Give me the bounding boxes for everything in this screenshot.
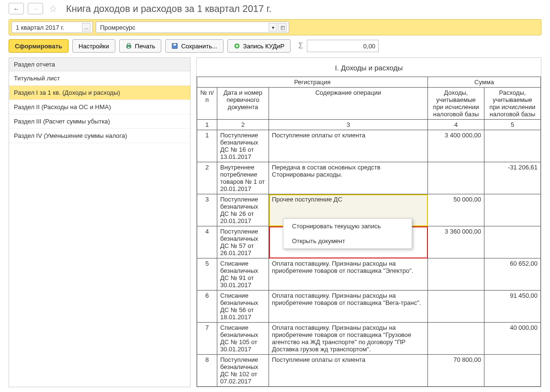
cell-number: 7 bbox=[197, 323, 217, 355]
column-number: 4 bbox=[428, 120, 484, 130]
period-field[interactable]: 1 квартал 2017 г. ... bbox=[11, 22, 93, 33]
header-sum: Сумма bbox=[428, 77, 541, 88]
printer-icon bbox=[125, 43, 132, 49]
generate-button[interactable]: Сформировать bbox=[9, 39, 68, 53]
back-button[interactable]: ← bbox=[9, 3, 24, 14]
sections-sidebar: Раздел отчета Титульный листРаздел I за … bbox=[9, 57, 191, 387]
diskette-icon bbox=[171, 43, 178, 49]
context-menu-item[interactable]: Открыть документ bbox=[283, 234, 412, 248]
column-number: 5 bbox=[484, 120, 541, 130]
cell-number: 3 bbox=[197, 194, 217, 226]
cell-document: Списание безналичных ДС № 105 от 30.01.2… bbox=[217, 323, 269, 355]
settings-button[interactable]: Настройки bbox=[72, 39, 115, 53]
sidebar-item[interactable]: Раздел II (Расходы на ОС и НМА) bbox=[9, 100, 190, 114]
parameters-bar: 1 квартал 2017 г. ... Промресурс ▾ ◰ bbox=[9, 19, 541, 35]
cell-document: Поступление безналичных ДС № 26 от 20.01… bbox=[217, 194, 269, 226]
col-operation: Содержание операции bbox=[269, 88, 428, 120]
cell-document: Внутреннее потребление товаров № 1 от 20… bbox=[217, 162, 269, 194]
table-row[interactable]: 7Списание безналичных ДС № 105 от 30.01.… bbox=[197, 323, 541, 355]
cell-income: 50 000,00 bbox=[428, 194, 484, 226]
cell-document: Поступление безналичных ДС № 16 от 13.01… bbox=[217, 130, 269, 162]
col-document: Дата и номер первичного документа bbox=[217, 88, 269, 120]
page-title: Книга доходов и расходов за 1 квартал 20… bbox=[66, 3, 271, 14]
cell-number: 2 bbox=[197, 162, 217, 194]
cell-expense: -31 206,61 bbox=[484, 162, 541, 194]
cell-operation: Поступление оплаты от клиента bbox=[269, 355, 428, 387]
column-number: 3 bbox=[269, 120, 428, 130]
sidebar-item[interactable]: Раздел IV (Уменьшение суммы налога) bbox=[9, 129, 190, 143]
cell-income: 3 400 000,00 bbox=[428, 130, 484, 162]
report-pane: I. Доходы и расходы Регистрация Сумма № … bbox=[196, 57, 541, 387]
table-row[interactable]: 6Списание безналичных ДС № 56 от 18.01.2… bbox=[197, 291, 541, 323]
cell-expense: 40 000,00 bbox=[484, 323, 541, 355]
cell-number: 6 bbox=[197, 291, 217, 323]
col-expense: Расходы, учитываемые при исчислении нало… bbox=[484, 88, 541, 120]
organization-open-button[interactable]: ◰ bbox=[278, 23, 287, 32]
organization-dropdown-button[interactable]: ▾ bbox=[269, 23, 277, 32]
cell-expense bbox=[484, 130, 541, 162]
table-row[interactable]: 2Внутреннее потребление товаров № 1 от 2… bbox=[197, 162, 541, 194]
cell-expense bbox=[484, 194, 541, 226]
context-menu-item[interactable]: Сторнировать текущую запись bbox=[283, 219, 412, 234]
forward-button[interactable]: → bbox=[28, 3, 43, 14]
svg-rect-1 bbox=[127, 44, 130, 45]
cell-income: 3 360 000,00 bbox=[428, 226, 484, 258]
cell-expense bbox=[484, 355, 541, 387]
cell-income bbox=[428, 162, 484, 194]
sidebar-item[interactable]: Раздел III (Расчет суммы убытка) bbox=[9, 114, 190, 129]
table-row[interactable]: 1Поступление безналичных ДС № 16 от 13.0… bbox=[197, 130, 541, 162]
cell-document: Поступление безналичных ДС № 57 от 26.01… bbox=[217, 226, 269, 258]
sidebar-header: Раздел отчета bbox=[9, 58, 190, 71]
sum-field[interactable]: 0,00 bbox=[307, 40, 379, 52]
cell-expense: 91 450,00 bbox=[484, 291, 541, 323]
cell-number: 4 bbox=[197, 226, 217, 258]
cell-operation: Оплата поставщику. Признаны расходы на п… bbox=[269, 258, 428, 291]
save-button[interactable]: Сохранить... bbox=[165, 39, 223, 53]
cell-document: Списание безналичных ДС № 91 от 30.01.20… bbox=[217, 258, 269, 291]
header-registration: Регистрация bbox=[197, 77, 428, 88]
cell-income bbox=[428, 291, 484, 323]
cell-operation: Поступление оплаты от клиента bbox=[269, 130, 428, 162]
cell-operation: Передача в состав основных средств Сторн… bbox=[269, 162, 428, 194]
period-value: 1 квартал 2017 г. bbox=[14, 24, 81, 31]
cell-income bbox=[428, 258, 484, 291]
column-number: 2 bbox=[217, 120, 269, 130]
organization-field[interactable]: Промресурс ▾ ◰ bbox=[96, 22, 289, 33]
cell-number: 8 bbox=[197, 355, 217, 387]
cell-expense bbox=[484, 226, 541, 258]
context-menu: Сторнировать текущую записьОткрыть докум… bbox=[283, 218, 412, 249]
col-income: Доходы, учитываемые при исчислении налог… bbox=[428, 88, 484, 120]
arrow-left-icon: ← bbox=[13, 5, 20, 12]
kudir-entry-button[interactable]: Запись КУДиР bbox=[227, 39, 291, 53]
sidebar-item[interactable]: Титульный лист bbox=[9, 71, 190, 86]
arrow-right-icon: → bbox=[33, 5, 39, 12]
table-row[interactable]: 8Поступление безналичных ДС № 102 от 07.… bbox=[197, 355, 541, 387]
plus-icon bbox=[234, 43, 240, 49]
cell-document: Поступление безналичных ДС № 102 от 07.0… bbox=[217, 355, 269, 387]
svg-rect-2 bbox=[127, 47, 130, 49]
organization-value: Промресурс bbox=[98, 24, 268, 31]
cell-income bbox=[428, 323, 484, 355]
print-button[interactable]: Печать bbox=[119, 39, 162, 53]
cell-operation: Оплата поставщику. Признаны расходы на п… bbox=[269, 323, 428, 355]
column-number: 1 bbox=[197, 120, 217, 130]
col-number: № п/п bbox=[197, 88, 217, 120]
cell-income: 70 800,00 bbox=[428, 355, 484, 387]
toolbar: Сформировать Настройки Печать Сохранить.… bbox=[0, 39, 550, 57]
period-select-button[interactable]: ... bbox=[82, 23, 90, 32]
sidebar-item[interactable]: Раздел I за 1 кв. (Доходы и расходы) bbox=[9, 86, 190, 100]
table-row[interactable]: 5Списание безналичных ДС № 91 от 30.01.2… bbox=[197, 258, 541, 291]
cell-number: 5 bbox=[197, 258, 217, 291]
cell-document: Списание безналичных ДС № 56 от 18.01.20… bbox=[217, 291, 269, 323]
cell-expense: 60 652,00 bbox=[484, 258, 541, 291]
sigma-icon: Σ bbox=[298, 42, 303, 50]
cell-number: 1 bbox=[197, 130, 217, 162]
favorite-icon[interactable]: ☆ bbox=[49, 3, 57, 14]
cell-operation: Оплата поставщику. Признаны расходы на п… bbox=[269, 291, 428, 323]
svg-rect-4 bbox=[174, 44, 176, 46]
report-title: I. Доходы и расходы bbox=[197, 62, 541, 77]
